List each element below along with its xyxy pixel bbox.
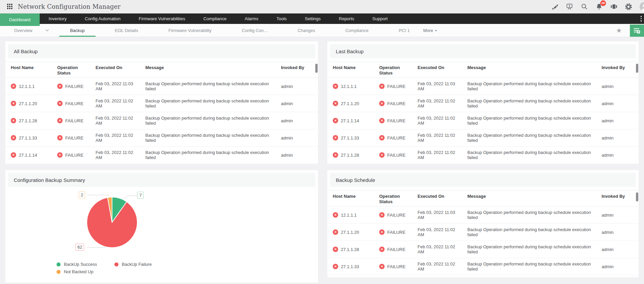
table-row[interactable]: ✕12.1.1.1✕FAILUREFeb 03, 2022 11:03 AMBa…	[5, 78, 318, 95]
failure-icon: ✕	[57, 118, 63, 123]
presentation-play-icon[interactable]	[566, 3, 573, 10]
cell-message: Backup Operation performed during backup…	[462, 210, 596, 220]
nav-item-config-automation[interactable]: Config Automation	[76, 13, 130, 24]
nav-item-settings[interactable]: Settings	[296, 13, 330, 24]
gear-icon[interactable]	[625, 3, 632, 10]
cell-host-text: 12.1.1.1	[341, 84, 357, 89]
legend-item-not-backed-up[interactable]: Not Backed Up	[57, 269, 114, 274]
tab-more[interactable]: More ▾	[423, 24, 437, 37]
cell-message: Backup Operation performed during backup…	[140, 81, 276, 91]
app-title: Network Configuration Manager	[18, 3, 120, 10]
cell-status: ✕FAILURE	[52, 101, 90, 106]
failure-icon: ✕	[333, 264, 338, 269]
column-header-message: Message	[462, 65, 596, 70]
cell-invoked: admin	[596, 247, 639, 252]
table-row[interactable]: ✕27.1.1.28✕FAILUREFeb 03, 2022 11:02 AMB…	[5, 112, 318, 129]
cell-message: Backup Operation performed during backup…	[140, 133, 276, 143]
nav-item-inventory[interactable]: Inventory	[40, 13, 76, 24]
column-header-status: Operation Status	[374, 194, 412, 204]
failure-icon: ✕	[333, 247, 338, 252]
cell-host: ✕27.1.1.20	[5, 101, 52, 106]
search-icon[interactable]	[580, 3, 588, 10]
tab-pci-1[interactable]: PCI 1	[399, 24, 410, 37]
cell-message: Backup Operation performed during backup…	[140, 150, 276, 160]
column-header-invoked: Invoked By	[596, 65, 639, 70]
failure-icon: ✕	[333, 212, 338, 218]
cell-executed: Feb 03, 2022 11:02 AM	[90, 98, 140, 108]
tab-compliance[interactable]: Compliance	[345, 24, 368, 37]
failure-icon: ✕	[379, 135, 385, 140]
cell-status: ✕FAILURE	[374, 247, 412, 252]
legend-item-backup-success[interactable]: BackUp Success	[57, 262, 114, 267]
table-row[interactable]: ✕27.1.1.14✕FAILUREFeb 03, 2022 11:02 AMB…	[327, 112, 639, 129]
column-header-executed: Executed On	[412, 194, 462, 199]
bell-icon[interactable]: 29	[595, 3, 603, 10]
failure-icon: ✕	[379, 118, 385, 123]
cell-status-text: FAILURE	[387, 153, 405, 158]
nav-item-tools[interactable]: Tools	[267, 13, 296, 24]
scrollbar-thumb[interactable]	[315, 64, 318, 73]
column-header-executed: Executed On	[90, 65, 140, 70]
legend-label: BackUp Failure	[122, 262, 152, 267]
table-row[interactable]: ✕27.1.1.33✕FAILUREFeb 03, 2022 11:02 AMB…	[5, 129, 318, 147]
column-header-invoked: Invoked By	[596, 194, 639, 199]
legend-item-backup-failure[interactable]: BackUp Failure	[114, 262, 152, 267]
failure-icon: ✕	[11, 135, 16, 140]
star-icon[interactable]: ★	[616, 27, 622, 34]
cell-status: ✕FAILURE	[374, 135, 412, 140]
tab-backup[interactable]: Backup	[70, 24, 84, 37]
failure-icon: ✕	[379, 247, 385, 252]
equalizer-icon[interactable]	[610, 3, 617, 10]
table-body: ✕12.1.1.1✕FAILUREFeb 03, 2022 11:03 AMBa…	[327, 207, 639, 275]
table-row[interactable]: ✕27.1.1.28✕FAILUREFeb 03, 2022 11:02 AMB…	[327, 241, 639, 258]
column-header-message: Message	[140, 65, 276, 70]
scrollbar-thumb[interactable]	[636, 64, 638, 73]
nav-item-compliance[interactable]: Compliance	[194, 13, 236, 24]
kebab-menu-icon[interactable]	[638, 16, 644, 22]
nav-item-support[interactable]: Support	[363, 13, 397, 24]
cell-status-text: FAILURE	[65, 84, 83, 89]
legend-dot-not-backed-up	[57, 270, 61, 274]
scrollbar-thumb[interactable]	[636, 192, 638, 201]
table-row[interactable]: ✕27.1.1.20✕FAILUREFeb 03, 2022 11:02 AMB…	[5, 95, 318, 112]
table-row[interactable]: ✕27.1.1.20✕FAILUREFeb 03, 2022 11:02 AMB…	[327, 95, 639, 112]
cell-status: ✕FAILURE	[52, 84, 90, 89]
cell-executed: Feb 03, 2022 11:03 AM	[412, 81, 462, 91]
failure-icon: ✕	[333, 101, 338, 106]
table-row[interactable]: ✕12.1.1.1✕FAILUREFeb 03, 2022 11:03 AMBa…	[327, 207, 639, 224]
cell-message: Backup Operation performed during backup…	[462, 150, 596, 160]
legend-label: BackUp Success	[64, 262, 97, 267]
table-header-row: Host NameOperation StatusExecuted OnMess…	[327, 190, 639, 207]
tab-config-conflict[interactable]: Config Con...	[242, 24, 267, 37]
cell-status: ✕FAILURE	[374, 264, 412, 269]
cell-message: Backup Operation performed during backup…	[140, 116, 276, 126]
cell-invoked: admin	[276, 101, 318, 106]
column-header-message: Message	[462, 194, 596, 199]
cell-invoked: admin	[596, 213, 639, 218]
table-row[interactable]: ✕27.1.1.28✕FAILUREFeb 03, 2022 11:02 AMB…	[327, 147, 639, 164]
tab-changes[interactable]: Changes	[297, 24, 315, 37]
table-row[interactable]: ✕27.1.1.33✕FAILUREFeb 03, 2022 11:02 AMB…	[327, 258, 639, 275]
nav-item-firmware-vulnerabilities[interactable]: Firmware Vulnerabilities	[130, 13, 194, 24]
chevron-down-icon[interactable]	[45, 29, 49, 32]
nav-item-reports[interactable]: Reports	[330, 13, 363, 24]
tab-eol-details[interactable]: EOL Details	[115, 24, 138, 37]
cell-message: Backup Operation performed during backup…	[462, 133, 596, 143]
nav-item-alarms[interactable]: Alarms	[236, 13, 267, 24]
panel-backup-schedule: Backup Schedule Host NameOperation Statu…	[327, 170, 639, 277]
cell-host-text: 27.1.1.20	[19, 101, 37, 106]
panel-last-backup: Last Backup Host NameOperation StatusExe…	[327, 41, 639, 164]
tab-firmware-vulnerability[interactable]: Firmware Vulnerability	[168, 24, 211, 37]
apps-grid-icon[interactable]	[7, 4, 13, 9]
table-row[interactable]: ✕12.1.1.1✕FAILUREFeb 03, 2022 11:03 AMBa…	[327, 78, 639, 95]
user-avatar[interactable]	[640, 2, 644, 11]
cell-status-text: FAILURE	[387, 135, 405, 140]
table-row[interactable]: ✕27.1.1.14✕FAILUREFeb 03, 2022 11:02 AMB…	[5, 147, 318, 164]
nav-item-dashboard[interactable]: Dashboard	[0, 13, 40, 26]
add-dashboard-button[interactable]	[630, 25, 644, 37]
subnav-right-actions: ★	[616, 24, 644, 37]
cell-message: Backup Operation performed during backup…	[462, 244, 596, 254]
table-row[interactable]: ✕27.1.1.33✕FAILUREFeb 03, 2022 11:02 AMB…	[327, 129, 639, 147]
table-row[interactable]: ✕27.1.1.20✕FAILUREFeb 03, 2022 11:02 AMB…	[327, 224, 639, 241]
rocket-icon[interactable]	[551, 3, 558, 10]
